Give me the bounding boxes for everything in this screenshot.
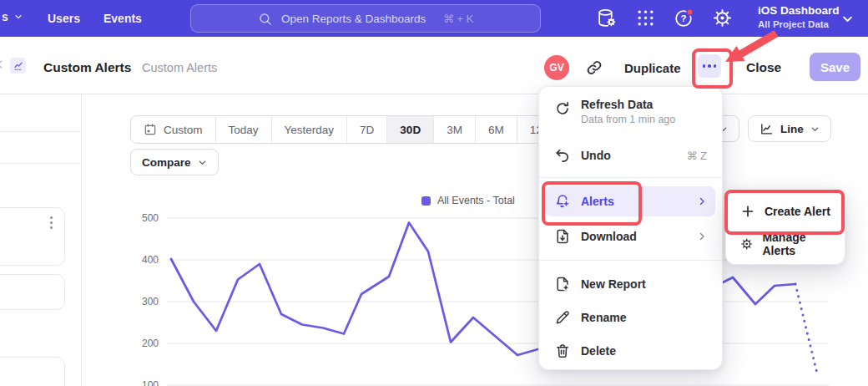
file-download-icon <box>554 228 571 245</box>
menu-item-label: Rename <box>581 311 626 324</box>
duplicate-button[interactable]: Duplicate <box>624 61 681 75</box>
top-navigation-bar: s Users Events Open Reports & Dashboards… <box>0 0 868 37</box>
save-button[interactable]: Save <box>810 53 860 81</box>
menu-item-label: Undo <box>581 149 611 162</box>
range-3m[interactable]: 3M <box>433 116 475 143</box>
menu-item-download[interactable]: Download <box>546 221 715 251</box>
submenu-item-manage-alerts[interactable]: Manage Alerts <box>733 228 838 260</box>
bell-plus-icon <box>554 193 571 210</box>
refresh-icon <box>554 100 571 117</box>
sidebar-card[interactable] <box>0 357 65 386</box>
search-icon <box>258 12 273 27</box>
range-7d[interactable]: 7D <box>346 116 386 143</box>
plus-icon <box>740 204 755 219</box>
gear-icon <box>740 236 753 251</box>
chevron-down-icon[interactable] <box>841 13 854 25</box>
page-subtitle: Custom Alerts <box>142 61 217 74</box>
menu-item-refresh-data[interactable]: Refresh Data Data from 1 min ago <box>546 94 715 134</box>
compare-button[interactable]: Compare <box>130 149 219 175</box>
report-header: Custom Alerts Custom Alerts GV Duplicate… <box>0 37 868 94</box>
menu-item-label: New Report <box>581 277 646 291</box>
search-shortcut: ⌘ + K <box>443 13 474 25</box>
apps-grid-icon[interactable] <box>635 8 656 28</box>
sidebar-divider <box>0 131 82 132</box>
menu-item-label: Alerts <box>581 195 614 208</box>
data-management-icon[interactable] <box>596 8 617 28</box>
svg-text:300: 300 <box>142 296 159 307</box>
menu-item-label: Download <box>581 230 637 243</box>
file-plus-icon <box>554 276 571 292</box>
menu-divider <box>539 260 722 261</box>
range-6m[interactable]: 6M <box>475 116 517 143</box>
menu-item-delete[interactable]: Delete <box>546 336 715 366</box>
range-30d-selected[interactable]: 30D <box>386 116 433 143</box>
alerts-submenu: Create Alert Manage Alerts <box>725 188 845 265</box>
menu-item-rename[interactable]: Rename <box>546 302 715 333</box>
chart-legend: All Events - Total <box>421 195 515 206</box>
sidebar-divider <box>0 163 82 164</box>
menu-item-label: Refresh Data <box>581 98 675 111</box>
left-sidebar <box>0 94 82 386</box>
sidebar-card[interactable] <box>0 274 65 310</box>
line-chart-icon <box>760 122 774 136</box>
report-type-icon <box>10 58 26 74</box>
sidebar-card[interactable] <box>0 207 65 266</box>
menu-item-label: Delete <box>581 344 616 358</box>
svg-text:200: 200 <box>142 338 159 349</box>
undo-shortcut: ⌘ Z <box>686 150 707 162</box>
chevron-right-icon <box>697 231 707 241</box>
avatar[interactable]: GV <box>544 55 569 80</box>
pencil-icon <box>554 309 571 326</box>
menu-item-alerts[interactable]: Alerts <box>546 186 715 216</box>
svg-text:?: ? <box>680 13 686 23</box>
settings-gear-icon[interactable] <box>712 8 733 28</box>
menu-divider <box>539 177 722 178</box>
legend-label: All Events - Total <box>437 195 515 206</box>
menu-item-new-report[interactable]: New Report <box>546 269 715 299</box>
trash-icon <box>554 343 571 359</box>
calendar-icon <box>144 123 157 136</box>
page-title: Custom Alerts <box>43 60 131 75</box>
project-selector[interactable]: iOS Dashboard All Project Data <box>758 3 840 31</box>
kebab-menu-icon[interactable] <box>50 216 53 229</box>
close-button[interactable]: Close <box>746 60 781 75</box>
submenu-item-create-alert[interactable]: Create Alert <box>733 196 838 227</box>
undo-icon <box>554 147 571 164</box>
range-today[interactable]: Today <box>215 116 271 143</box>
svg-text:500: 500 <box>142 212 159 224</box>
submenu-item-label: Create Alert <box>765 205 830 218</box>
legend-swatch <box>421 196 431 206</box>
copy-link-icon[interactable] <box>585 58 603 77</box>
chevron-right-icon <box>697 196 707 206</box>
range-custom[interactable]: Custom <box>131 116 215 143</box>
global-search-input[interactable]: Open Reports & Dashboards ⌘ + K <box>190 4 541 33</box>
submenu-item-label: Manage Alerts <box>762 231 830 257</box>
chart-type-button[interactable]: Line <box>748 115 831 142</box>
notification-dot <box>687 9 693 15</box>
menu-item-undo[interactable]: Undo ⌘ Z <box>546 140 715 170</box>
chevron-down-icon <box>810 124 820 134</box>
header-divider <box>734 55 734 77</box>
svg-text:100: 100 <box>142 379 159 386</box>
more-options-button[interactable] <box>698 54 721 78</box>
nav-item-boards-partial[interactable]: s <box>2 10 23 23</box>
chevron-down-icon <box>14 13 23 21</box>
svg-text:400: 400 <box>142 254 159 266</box>
search-placeholder: Open Reports & Dashboards <box>281 13 426 25</box>
project-scope: All Project Data <box>758 18 840 31</box>
report-options-menu: Refresh Data Data from 1 min ago Undo ⌘ … <box>538 86 723 370</box>
chevron-left-fragment-icon <box>0 58 6 70</box>
project-name: iOS Dashboard <box>758 3 840 18</box>
nav-item-users[interactable]: Users <box>48 12 80 25</box>
chevron-down-icon <box>198 158 207 167</box>
date-range-segmented-control: Custom Today Yesterday 7D 30D 3M 6M 12M <box>130 115 565 144</box>
menu-item-sublabel: Data from 1 min ago <box>581 114 675 125</box>
help-icon[interactable]: ? <box>674 8 694 28</box>
range-yesterday[interactable]: Yesterday <box>271 116 347 143</box>
nav-item-events[interactable]: Events <box>103 12 142 25</box>
